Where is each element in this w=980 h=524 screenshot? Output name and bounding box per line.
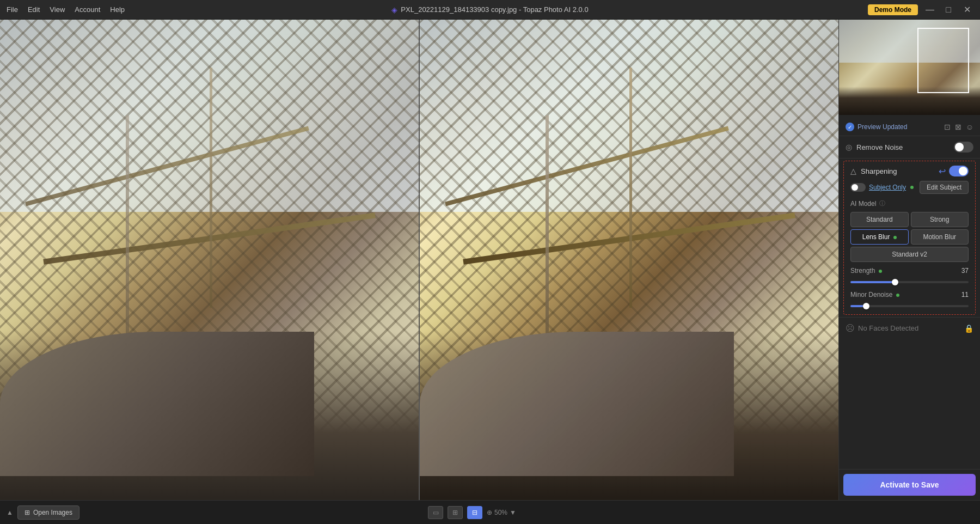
sharpening-triangle-icon: △ (850, 167, 856, 175)
menu-account[interactable]: Account (75, 5, 100, 14)
window-controls: Demo Mode — □ ✕ (868, 3, 973, 16)
no-faces-label: No Faces Detected (858, 324, 918, 332)
save-button-container: Activate to Save (839, 469, 980, 500)
bottom-bar: ▲ ⊞ Open Images ▭ ⊞ ⊟ ⊕ 50% ▼ (0, 500, 980, 524)
view-side-by-side-button[interactable]: ⊞ (448, 506, 463, 519)
open-images-icon: ⊞ (24, 509, 30, 516)
ai-model-row: AI Model ⓘ (846, 197, 973, 210)
close-button[interactable]: ✕ (960, 3, 973, 16)
zoom-display: ⊕ 50% ▼ (487, 509, 516, 516)
ai-model-label: AI Model (850, 200, 876, 208)
open-images-button[interactable]: ⊞ Open Images (17, 505, 79, 520)
subject-only-toggle[interactable] (850, 183, 866, 192)
remove-noise-toggle[interactable] (954, 142, 973, 153)
sharpening-left: △ Sharpening (850, 167, 897, 175)
sharpening-toggle[interactable] (949, 166, 969, 176)
model-lens-blur-button[interactable]: Lens Blur (850, 229, 909, 245)
canvas-area[interactable] (0, 20, 838, 500)
menu-bar: File Edit View Account Help (7, 5, 125, 14)
strength-value: 37 (961, 267, 969, 275)
sharpening-header: △ Sharpening ↩ (846, 163, 973, 179)
sharpening-thumb (959, 167, 967, 175)
thumbnail-viewport[interactable] (917, 28, 969, 93)
open-images-label: Open Images (33, 509, 72, 516)
divider-2 (839, 158, 980, 159)
lock-icon: 🔒 (964, 324, 973, 333)
ai-model-info-icon[interactable]: ⓘ (879, 199, 885, 208)
titlebar: File Edit View Account Help ◈ PXL_202211… (0, 0, 980, 20)
model-motion-blur-button[interactable]: Motion Blur (911, 229, 969, 245)
divider-1 (839, 136, 980, 136)
crop-icon[interactable]: ⊡ (944, 123, 951, 131)
subject-dot-indicator (910, 186, 914, 189)
remove-noise-left: ◎ Remove Noise (846, 143, 903, 151)
view-single-button[interactable]: ▭ (428, 506, 443, 519)
menu-file[interactable]: File (7, 5, 18, 14)
model-standard-v2-button[interactable]: Standard v2 (850, 247, 969, 262)
minor-denoise-slider[interactable] (850, 305, 969, 307)
sharpening-controls: ↩ (939, 166, 969, 176)
strong-label: Strong (930, 216, 949, 223)
demo-mode-button[interactable]: Demo Mode (868, 4, 918, 15)
subject-left: Subject Only (850, 183, 914, 192)
no-faces-left: ☹ No Faces Detected (846, 323, 918, 333)
strength-label: Strength (850, 267, 875, 275)
strength-slider-section: Strength 37 (846, 264, 973, 288)
menu-edit[interactable]: Edit (28, 5, 40, 14)
sharpening-section: △ Sharpening ↩ (843, 161, 976, 315)
sharpening-track (949, 166, 969, 176)
title-text: PXL_20221129_184133903 copy.jpg - Topaz … (401, 5, 588, 14)
image-before[interactable] (0, 20, 420, 500)
bottom-left: ▲ ⊞ Open Images (7, 505, 79, 520)
split-view (0, 20, 838, 500)
right-panel: ✓ Preview Updated ⊡ ⊠ ☺ ◎ Remove Noise (838, 20, 980, 500)
menu-help[interactable]: Help (110, 5, 125, 14)
activate-save-button[interactable]: Activate to Save (843, 474, 976, 496)
edit-subject-button[interactable]: Edit Subject (920, 181, 969, 194)
minor-denoise-header: Minor Denoise 11 (850, 290, 969, 298)
menu-view[interactable]: View (50, 5, 65, 14)
window-title: ◈ PXL_20221129_184133903 copy.jpg - Topa… (391, 5, 588, 14)
minor-denoise-value: 11 (961, 291, 969, 298)
lens-blur-label: Lens Blur (862, 233, 890, 241)
photo-background-right (420, 20, 838, 500)
maximize-button[interactable]: □ (942, 3, 955, 16)
noise-icon: ◎ (846, 143, 852, 151)
face-icon[interactable]: ☺ (966, 123, 973, 131)
minor-denoise-label-group: Minor Denoise (850, 290, 899, 298)
preview-icons: ⊡ ⊠ ☺ (944, 123, 973, 131)
remove-noise-thumb (955, 143, 964, 151)
bottom-center: ▭ ⊞ ⊟ ⊕ 50% ▼ (428, 506, 516, 519)
motion-blur-label: Motion Blur (923, 233, 956, 241)
image-after[interactable] (420, 20, 838, 500)
minimize-button[interactable]: — (923, 3, 936, 16)
escalator-left (0, 332, 314, 476)
column-4 (629, 68, 632, 308)
photo-background-left (0, 20, 419, 500)
app-icon: ◈ (391, 5, 397, 14)
thumbnail-area[interactable] (839, 20, 980, 115)
model-strong-button[interactable]: Strong (911, 212, 969, 227)
strength-slider[interactable] (850, 281, 969, 283)
zoom-chevron-icon[interactable]: ▼ (510, 509, 516, 516)
view-split-button[interactable]: ⊟ (467, 506, 482, 519)
zoom-value: 50% (494, 509, 507, 516)
strength-dot (879, 270, 882, 273)
panel-controls: ✓ Preview Updated ⊡ ⊠ ☺ ◎ Remove Noise (839, 115, 980, 469)
subject-only-row: Subject Only Edit Subject (846, 179, 973, 197)
no-faces-row: ☹ No Faces Detected 🔒 (839, 317, 980, 339)
preview-updated-left: ✓ Preview Updated (846, 123, 907, 131)
zoom-icon: ⊕ (487, 509, 492, 516)
lens-blur-active-dot (893, 236, 897, 239)
minor-denoise-dot (896, 294, 899, 297)
subject-only-label[interactable]: Subject Only (869, 184, 906, 191)
model-standard-button[interactable]: Standard (850, 212, 909, 227)
sharpening-label: Sharpening (861, 167, 897, 175)
collapse-filmstrip-button[interactable]: ▲ (7, 509, 13, 516)
strength-label-group: Strength (850, 266, 882, 275)
expand-icon[interactable]: ⊠ (955, 123, 961, 131)
standard-label: Standard (866, 216, 893, 223)
preview-updated-bar: ✓ Preview Updated ⊡ ⊠ ☺ (839, 119, 980, 135)
column-2 (210, 68, 212, 308)
sharpening-undo-button[interactable]: ↩ (939, 166, 946, 176)
